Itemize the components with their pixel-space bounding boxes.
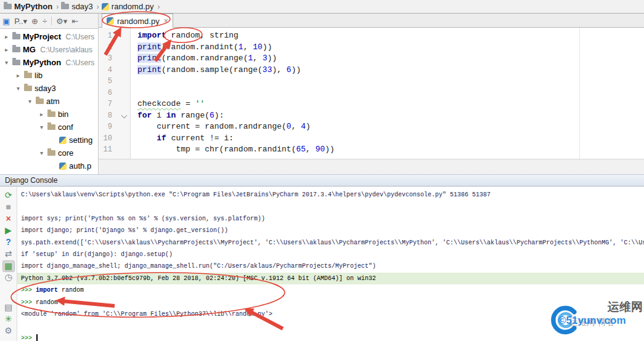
breadcrumb-item-sday3[interactable]: sday3 <box>61 2 93 11</box>
console-output-line: Python 3.7.0b2 (v3.7.0b2:b0ef5c979b, Feb… <box>17 273 644 284</box>
line-number: 10 <box>100 133 112 145</box>
help-icon[interactable]: ? <box>2 237 15 249</box>
history-icon[interactable]: ◷ <box>2 272 15 284</box>
debug-icon[interactable]: ✳ <box>2 314 15 326</box>
hide-panel-icon[interactable]: ⇤ <box>71 17 78 25</box>
gutter-line: 2 <box>99 42 130 54</box>
code-token: , <box>253 54 263 63</box>
folder-icon <box>24 73 32 78</box>
project-view-icon[interactable]: ▣ <box>2 17 10 25</box>
code-token: i <box>152 111 166 120</box>
run-icon[interactable]: ▶ <box>2 225 15 237</box>
tree-item-conf[interactable]: ▾conf <box>0 121 98 134</box>
console-output-line <box>21 201 644 212</box>
tree-item-atm[interactable]: ▾atm <box>0 95 98 108</box>
code-line <box>137 87 644 99</box>
tab-randomd-py[interactable]: randomd.py × <box>102 14 173 28</box>
tree-item-setting[interactable]: setting <box>0 134 98 146</box>
chevron-right-icon[interactable]: ▸ <box>38 111 45 118</box>
tree-item-name: atm <box>46 97 60 106</box>
editor-gutter: 1234567891011 <box>99 28 131 159</box>
rerun-icon[interactable]: ⟳ <box>2 190 15 202</box>
pycharm-window: MyPython›sday3›randomd.py› ▣P..▾⊕÷⚙▾⇤ ▸M… <box>0 0 644 341</box>
code-token: 0 <box>287 122 291 131</box>
tree-item-name: lib <box>35 71 43 80</box>
close-icon[interactable]: × <box>164 17 168 25</box>
code-token: print <box>137 54 161 63</box>
stop-icon[interactable]: ■ <box>2 202 15 214</box>
tree-item-lib[interactable]: ▸lib <box>0 69 98 82</box>
code-token: 3 <box>263 54 267 63</box>
print-icon[interactable]: ▤ <box>2 302 15 314</box>
code-token: ) <box>306 122 311 131</box>
tree-item-name: setting <box>69 135 92 145</box>
tree-item-name: core <box>58 148 73 158</box>
code-token: )) <box>263 42 272 52</box>
console-output-line: import django; print('Django %s' % djang… <box>21 225 644 236</box>
code-line: for i in range(6): <box>137 110 644 122</box>
chevron-down-icon[interactable]: ▾ <box>15 85 22 92</box>
breadcrumb-item-randomd.py[interactable]: randomd.py <box>102 2 154 11</box>
tree-item-MyPython[interactable]: ▾MyPython C:\Users <box>0 56 98 69</box>
console-header[interactable]: Django Console <box>0 174 644 187</box>
tree-item-auth.p[interactable]: auth.p <box>0 159 98 172</box>
text-caret <box>36 334 38 341</box>
breadcrumb-label: MyPython <box>14 2 52 11</box>
chevron-right-icon[interactable]: ▸ <box>3 33 10 40</box>
tree-item-bin[interactable]: ▸bin <box>0 108 98 121</box>
console-output[interactable]: C:\Users\aklaus\venv\Scripts\python.exe … <box>17 187 644 341</box>
show-prompt-icon[interactable]: ▦ <box>2 260 15 272</box>
code-token: )) <box>325 145 335 154</box>
code-token: current = random.randrange( <box>137 122 287 131</box>
console-input-line[interactable]: >>> import random <box>21 284 644 296</box>
code-token: (random.randint( <box>161 42 238 52</box>
editor-tab-bar: randomd.py × <box>99 14 644 28</box>
folder-icon <box>47 124 55 130</box>
code-line: checkcode = '' <box>137 98 644 110</box>
code-token: if <box>157 134 166 143</box>
chevron-down-icon[interactable]: ▾ <box>26 98 33 105</box>
code-line <box>137 76 644 87</box>
settings-gear-icon[interactable]: ⚙▾ <box>56 17 67 25</box>
code-line: print(random.randint(1, 10)) <box>137 42 644 54</box>
line-number: 5 <box>100 76 112 87</box>
console-title: Django Console <box>5 176 57 185</box>
console-token: >>> <box>21 299 36 306</box>
chevron-down-icon[interactable]: ▾ <box>3 59 10 66</box>
console-input-line[interactable]: >>> random <box>21 297 644 308</box>
code-token: checkcode <box>137 99 181 108</box>
settings-gear-icon[interactable]: ⚙ <box>2 326 15 337</box>
chevron-right-icon[interactable]: ▸ <box>15 72 22 79</box>
line-number: 6 <box>100 87 112 99</box>
tree-item-core[interactable]: ▾core <box>0 146 98 159</box>
code-token: 65 <box>296 145 306 154</box>
chevron-right-icon[interactable]: ▸ <box>3 46 10 53</box>
code-token <box>137 134 157 143</box>
fold-arrow-icon[interactable] <box>121 112 128 118</box>
code-token: in <box>166 111 176 120</box>
tree-item-MyProject[interactable]: ▸MyProject C:\Users <box>0 30 98 43</box>
chevron-down-icon[interactable]: ▾ <box>38 124 45 130</box>
tree-item-sday3[interactable]: ▾sday3 <box>0 82 98 95</box>
python-file-icon <box>59 162 67 170</box>
view-selector[interactable]: P..▾ <box>14 17 27 25</box>
code-token: range( <box>176 111 210 120</box>
folder-icon <box>36 98 44 104</box>
console-input-line[interactable]: >>> <box>21 332 644 341</box>
tree-item-name: MyProject <box>23 32 61 41</box>
breadcrumb-item-MyPython[interactable]: MyPython <box>4 2 52 11</box>
code-editor[interactable]: 1234567891011 import random, stringprint… <box>99 28 644 159</box>
collapse-all-icon[interactable]: ÷ <box>43 17 47 25</box>
gutter-line: 3 <box>99 53 130 65</box>
chevron-down-icon[interactable]: ▾ <box>38 150 45 156</box>
show-variables-icon[interactable]: ⇄ <box>2 249 15 260</box>
tree-item-name: sday3 <box>35 84 56 93</box>
tree-item-MG[interactable]: ▸MG C:\Users\aklaus <box>0 43 98 56</box>
gutter-line: 8 <box>99 110 130 122</box>
console-token: >>> <box>21 287 36 294</box>
code-line: import random, string <box>137 30 644 42</box>
close-icon[interactable]: × <box>2 214 15 225</box>
code-token: 4 <box>301 122 306 131</box>
locate-icon[interactable]: ⊕ <box>31 17 38 25</box>
code-token: ), <box>272 65 286 74</box>
